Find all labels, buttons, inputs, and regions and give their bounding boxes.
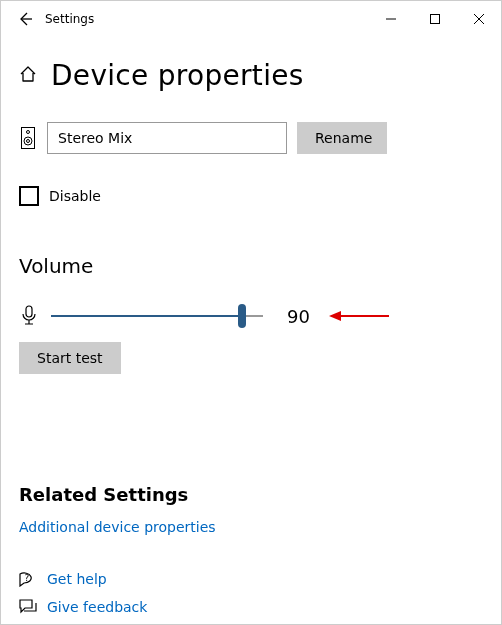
svg-text:?: ? bbox=[25, 573, 30, 583]
volume-heading: Volume bbox=[19, 254, 483, 278]
help-icon: ? bbox=[19, 571, 37, 587]
back-button[interactable] bbox=[5, 1, 45, 37]
give-feedback-link[interactable]: Give feedback bbox=[19, 599, 483, 615]
get-help-link[interactable]: ? Get help bbox=[19, 571, 483, 587]
annotation-arrow bbox=[329, 309, 389, 323]
titlebar: Settings bbox=[1, 1, 501, 37]
additional-device-properties-link[interactable]: Additional device properties bbox=[19, 519, 483, 535]
start-test-button[interactable]: Start test bbox=[19, 342, 121, 374]
svg-point-5 bbox=[27, 131, 30, 134]
svg-point-6 bbox=[24, 137, 32, 145]
volume-slider[interactable] bbox=[51, 304, 263, 328]
microphone-icon bbox=[19, 305, 39, 327]
home-icon[interactable] bbox=[19, 65, 37, 87]
window-title: Settings bbox=[45, 12, 94, 26]
disable-checkbox-row[interactable]: Disable bbox=[19, 186, 483, 206]
svg-rect-1 bbox=[431, 15, 440, 24]
slider-track-fill bbox=[51, 315, 242, 317]
disable-checkbox[interactable] bbox=[19, 186, 39, 206]
maximize-button[interactable] bbox=[413, 1, 457, 37]
minimize-button[interactable] bbox=[369, 1, 413, 37]
close-button[interactable] bbox=[457, 1, 501, 37]
related-settings-heading: Related Settings bbox=[19, 484, 483, 505]
page-title: Device properties bbox=[51, 59, 304, 92]
slider-thumb[interactable] bbox=[238, 304, 246, 328]
disable-label: Disable bbox=[49, 188, 101, 204]
svg-marker-10 bbox=[329, 311, 341, 321]
page-header: Device properties bbox=[19, 59, 483, 92]
speaker-icon bbox=[19, 127, 37, 149]
svg-point-7 bbox=[27, 140, 30, 143]
device-name-input[interactable] bbox=[47, 122, 287, 154]
svg-rect-8 bbox=[26, 306, 32, 317]
volume-value: 90 bbox=[287, 306, 310, 327]
rename-button[interactable]: Rename bbox=[297, 122, 387, 154]
feedback-icon bbox=[19, 599, 37, 615]
